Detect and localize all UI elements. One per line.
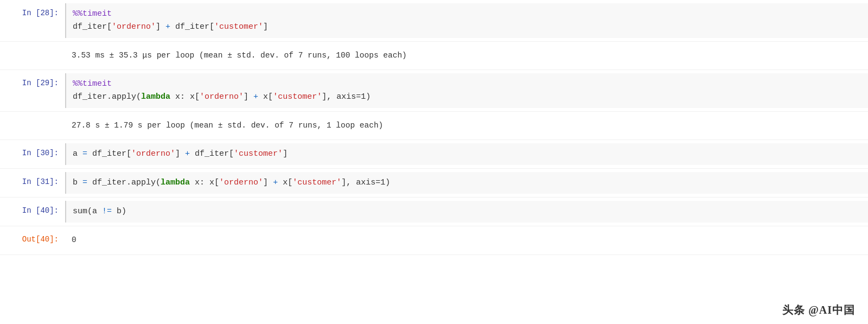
code-token: %%timeit — [73, 79, 112, 88]
output-text-cell-29: 27.8 s ± 1.79 s per loop (mean ± std. de… — [65, 115, 390, 136]
code-token: = — [82, 178, 87, 187]
notebook-cell-cell-28: In [28]:%%timeitdf_iter['orderno'] + df_… — [0, 0, 868, 42]
code-token: ] — [263, 178, 273, 187]
cell-label-cell-out40: Out[40]: — [0, 230, 65, 251]
output-label-empty — [0, 115, 65, 136]
code-token: lambda — [141, 92, 170, 101]
code-token: a — [73, 149, 82, 158]
output-row-cell-29: 27.8 s ± 1.79 s per loop (mean ± std. de… — [0, 112, 868, 140]
code-token: df_iter.apply( — [73, 92, 141, 101]
code-token: 'customer' — [234, 149, 283, 158]
notebook-cell-cell-29: In [29]:%%timeitdf_iter.apply(lambda x: … — [0, 70, 868, 112]
code-token: ] — [283, 149, 288, 158]
code-token: + — [273, 178, 278, 187]
code-token: b — [73, 178, 82, 187]
notebook-cell-cell-30: In [30]:a = df_iter['orderno'] + df_iter… — [0, 140, 868, 169]
notebook-cell-cell-40: In [40]:sum(a != b) — [0, 198, 868, 226]
code-token: 'customer' — [292, 178, 341, 187]
code-token: %%timeit — [73, 9, 112, 18]
code-token: b) — [112, 207, 126, 216]
code-token: + — [165, 22, 170, 31]
code-token: + — [253, 92, 258, 101]
code-token: ], axis=1) — [322, 92, 371, 101]
code-token: df_iter.apply( — [87, 178, 161, 187]
cell-label-cell-30: In [30]: — [0, 143, 65, 165]
code-token: 'customer' — [214, 22, 263, 31]
cell-code-cell-40[interactable]: sum(a != b) — [65, 201, 868, 223]
cell-label-cell-28: In [28]: — [0, 3, 65, 38]
code-token: df_iter[ — [87, 149, 131, 158]
code-token: ] — [175, 149, 185, 158]
watermark: 头条 @AI中国 — [782, 303, 855, 317]
code-token: x[ — [278, 178, 292, 187]
jupyter-notebook: In [28]:%%timeitdf_iter['orderno'] + df_… — [0, 0, 868, 324]
code-token: x[ — [258, 92, 273, 101]
cell-label-cell-31: In [31]: — [0, 172, 65, 194]
notebook-cell-cell-31: In [31]:b = df_iter.apply(lambda x: x['o… — [0, 169, 868, 198]
output-label-empty — [0, 45, 65, 66]
code-token: ] — [156, 22, 165, 31]
code-token: df_iter[ — [190, 149, 234, 158]
code-token: df_iter[ — [170, 22, 214, 31]
cell-code-cell-30[interactable]: a = df_iter['orderno'] + df_iter['custom… — [65, 143, 868, 165]
notebook-cell-cell-out40: Out[40]:0 — [0, 226, 868, 255]
code-token: 'customer' — [273, 92, 322, 101]
code-token: x: x[ — [190, 178, 219, 187]
code-token: sum(a — [73, 207, 102, 216]
code-token: ] — [244, 92, 253, 101]
output-row-cell-28: 3.53 ms ± 35.3 μs per loop (mean ± std. … — [0, 42, 868, 70]
cell-code-cell-29[interactable]: %%timeitdf_iter.apply(lambda x: x['order… — [65, 73, 868, 108]
cell-code-cell-31[interactable]: b = df_iter.apply(lambda x: x['orderno']… — [65, 172, 868, 194]
output-text-cell-28: 3.53 ms ± 35.3 μs per loop (mean ± std. … — [65, 45, 413, 66]
code-token: = — [82, 149, 87, 158]
code-token: 'orderno' — [219, 178, 263, 187]
code-token: lambda — [161, 178, 190, 187]
code-token: + — [185, 149, 190, 158]
code-token: x: x[ — [170, 92, 200, 101]
code-token: ], axis=1) — [341, 178, 390, 187]
code-token: ] — [263, 22, 268, 31]
code-token: df_iter[ — [73, 22, 112, 31]
code-token: != — [102, 207, 112, 216]
out-value-cell-out40: 0 — [65, 230, 83, 251]
cell-label-cell-29: In [29]: — [0, 73, 65, 108]
code-token: 'orderno' — [112, 22, 156, 31]
cell-code-cell-28[interactable]: %%timeitdf_iter['orderno'] + df_iter['cu… — [65, 3, 868, 38]
code-token: 'orderno' — [131, 149, 175, 158]
code-token: 'orderno' — [200, 92, 244, 101]
cell-label-cell-40: In [40]: — [0, 201, 65, 223]
